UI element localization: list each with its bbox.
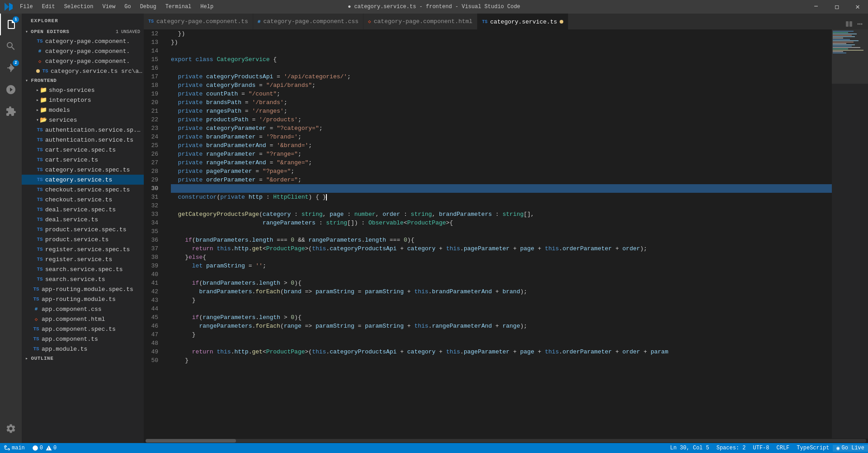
main-container: 1 2 EXPLORER OPEN EDITORS 1 UNSA [0,14,868,443]
file-app-module[interactable]: TS app.module.ts [22,344,144,354]
frontend-section[interactable]: FRONTEND [22,76,144,85]
activity-debug[interactable] [0,79,22,100]
tab-category-service[interactable]: TS category.service.ts [477,14,568,29]
menu-edit[interactable]: Edit [38,3,59,11]
checkout-spec-label: checkout.service.spec.ts [45,186,144,193]
status-spaces[interactable]: Spaces: 2 [713,445,750,451]
ln-33: 33 [144,210,162,219]
file-auth-spec[interactable]: TS authentication.service.sp... [22,125,144,135]
folder-shop-services[interactable]: 📁 shop-services [22,85,144,95]
activity-git[interactable]: 2 [0,57,22,79]
horizontal-scrollbar[interactable] [144,439,868,443]
tab-css-icon: # [258,19,261,24]
file-app-spec[interactable]: TS app.component.spec.ts [22,324,144,334]
activity-search[interactable] [0,35,22,57]
code-line-49: return this.http.get<ProductPage>(this.c… [171,348,832,356]
file-category-service[interactable]: TS category.service.ts [22,175,144,185]
split-editor-button[interactable] [845,20,853,29]
outline-section[interactable]: OUTLINE [22,354,144,363]
folder-models[interactable]: 📁 models [22,105,144,115]
folder-services[interactable]: 📂 services [22,115,144,125]
file-app-ts[interactable]: TS app.component.ts [22,334,144,344]
status-feedback[interactable]: ◉ Go Live [833,445,868,452]
file-checkout-spec[interactable]: TS checkout.service.spec.ts [22,185,144,195]
code-line-45: if(rangeParameters.length > 0){ [171,313,832,322]
scrollbar-track[interactable] [146,439,866,443]
file-product[interactable]: TS product.service.ts [22,234,144,244]
ts-icon-checkout-spec: TS [36,186,43,193]
code-line-41: if(brandParameters.length > 0){ [171,279,832,287]
status-branch[interactable]: main [0,443,28,453]
file-app-routing-spec[interactable]: TS app-routing.module.spec.ts [22,284,144,294]
minimize-button[interactable]: − [806,0,826,14]
file-app-html[interactable]: ◇ app.component.html [22,314,144,324]
code-line-27: private rangeParameterAnd = "&range="; [171,158,832,167]
code-line-43: } [171,296,832,305]
status-line-ending[interactable]: CRLF [773,445,793,451]
menu-selection[interactable]: Selection [61,3,97,11]
code-line-18: private categoryBrands = "/api/brands"; [171,81,832,90]
menu-terminal[interactable]: Terminal [162,3,195,11]
activity-settings[interactable] [0,418,22,439]
file-category-spec[interactable]: TS category.service.spec.ts [22,165,144,175]
code-line-24: private brandParameter = '?brand='; [171,133,832,141]
code-line-38: }else{ [171,253,832,262]
ts-icon-app-spec: TS [33,325,40,333]
cat-spec-label: category.service.spec.ts [45,167,144,173]
code-line-37: return this.http.get<ProductPage>(this.c… [171,244,832,253]
file-register-spec[interactable]: TS register.service.spec.ts [22,244,144,254]
open-file-ts[interactable]: TS category-page.component. [22,36,144,46]
status-ln-col[interactable]: Ln 30, Col 5 [666,445,712,451]
file-search[interactable]: TS search.service.ts [22,274,144,284]
close-button[interactable]: ✕ [847,0,868,14]
menu-debug[interactable]: Debug [137,3,160,11]
status-encoding[interactable]: UTF-8 [750,445,773,451]
file-search-spec[interactable]: TS search.service.spec.ts [22,264,144,274]
ln-45: 45 [144,313,162,322]
file-deal[interactable]: TS deal.service.ts [22,215,144,224]
scrollbar-thumb[interactable] [146,439,236,443]
file-app-css[interactable]: # app.component.css [22,304,144,314]
file-app-routing[interactable]: TS app-routing.module.ts [22,294,144,304]
code-content[interactable]: }) }) export class CategoryService { pri… [166,29,832,439]
open-file-service-active[interactable]: TS category.service.ts src\app\... [22,66,144,76]
file-deal-spec[interactable]: TS deal.service.spec.ts [22,205,144,215]
file-cart[interactable]: TS cart.service.ts [22,155,144,165]
activity-extensions[interactable] [0,100,22,122]
tab-category-page-css[interactable]: # category-page.component.css [253,14,363,29]
status-language[interactable]: TypeScript [793,445,833,451]
menu-view[interactable]: View [99,3,119,11]
ts-icon-module: TS [33,345,40,353]
ln-26: 26 [144,150,162,158]
deal-label: deal.service.ts [45,216,144,223]
file-cart-spec[interactable]: TS cart.service.spec.ts [22,145,144,155]
menu-file[interactable]: File [16,3,37,11]
file-checkout[interactable]: TS checkout.service.ts [22,195,144,205]
outline-chevron [25,356,28,361]
more-actions-button[interactable] [856,20,863,29]
file-auth[interactable]: TS authentication.service.ts [22,135,144,145]
code-line-32 [171,201,832,210]
open-file-css[interactable]: # category-page.component. [22,46,144,56]
tab-category-page-html[interactable]: ◇ category-page.component.html [363,14,477,29]
app-ts-label: app.component.ts [42,336,144,343]
open-file-html[interactable]: ◇ category-page.component. [22,56,144,66]
activity-explorer[interactable]: 1 [0,14,22,35]
ln-34: 34 [144,219,162,227]
file-register[interactable]: TS register.service.ts [22,254,144,264]
activity-bar: 1 2 [0,14,22,443]
folder-interceptors[interactable]: 📁 interceptors [22,95,144,105]
menu-go[interactable]: Go [121,3,134,11]
file-product-spec[interactable]: TS product.service.spec.ts [22,224,144,234]
tab-category-page-ts[interactable]: TS category-page.component.ts [144,14,253,29]
menu-help[interactable]: Help [197,3,217,11]
ln-12: 12 [144,29,162,38]
maximize-button[interactable]: ◻ [826,0,847,14]
spaces-value: Spaces: 2 [717,445,746,451]
sidebar-header: EXPLORER [22,14,144,27]
open-editors-section[interactable]: OPEN EDITORS 1 UNSAVED [22,27,144,36]
code-line-29: private orderParameter = "&order="; [171,176,832,184]
ln-22: 22 [144,115,162,124]
status-errors[interactable]: 0 0 [28,443,60,453]
git-badge: 2 [13,60,19,66]
